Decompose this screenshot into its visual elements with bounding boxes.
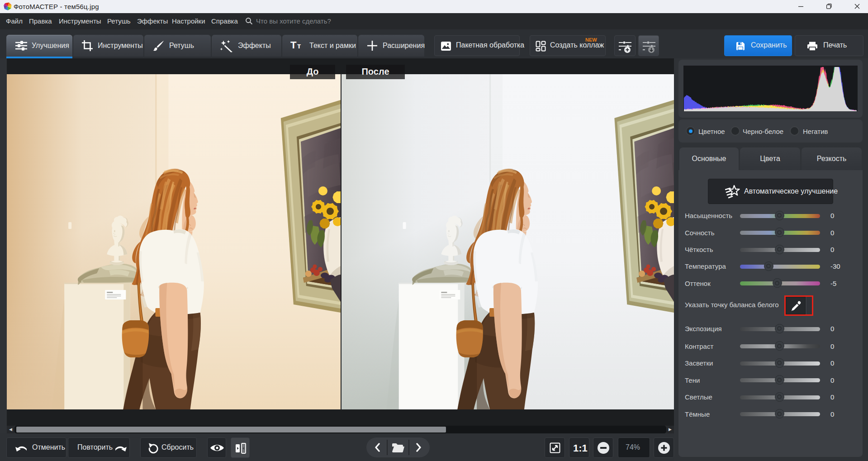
svg-text:T: T bbox=[290, 40, 297, 51]
svg-text:т: т bbox=[297, 42, 301, 50]
